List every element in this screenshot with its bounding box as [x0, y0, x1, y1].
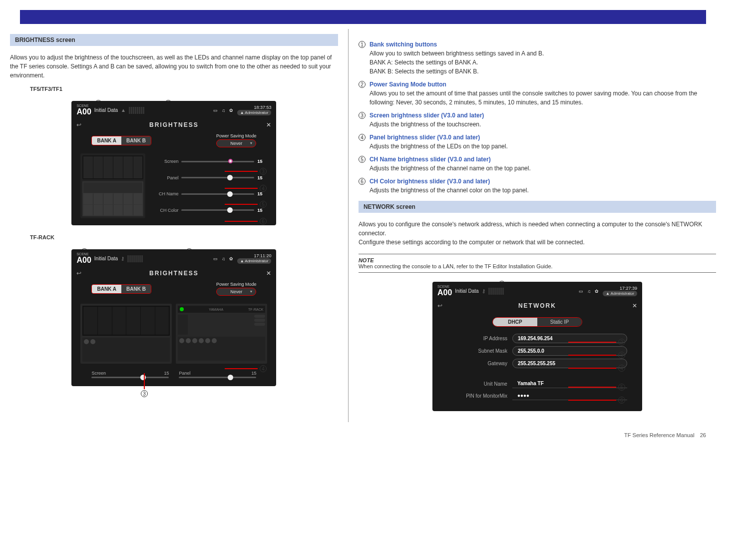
- series-label-rack: TF-RACK: [30, 234, 338, 240]
- headphone-icon[interactable]: ♫: [222, 256, 225, 261]
- note-label: NOTE: [359, 257, 374, 263]
- scene-id: A00: [76, 107, 91, 116]
- footer-product: TF Series Reference Manual: [624, 432, 695, 438]
- psm-select-rack[interactable]: Never: [216, 288, 257, 296]
- console-preview: [80, 153, 145, 218]
- desc-title-6: CH Color brightness slider (V3.0 and lat…: [370, 177, 716, 186]
- rack-left-preview: [80, 304, 172, 364]
- callout-3: 3: [260, 168, 267, 175]
- desc-body-3: Adjusts the brightness of the touchscree…: [370, 120, 716, 129]
- gateway-field[interactable]: 255.255.255.255: [512, 359, 627, 368]
- desc-title-5: CH Name brightness slider (V3.0 and late…: [370, 155, 716, 164]
- desc-title-4: Panel brightness slider (V3.0 and later): [370, 133, 716, 142]
- bank-a-button[interactable]: BANK A: [92, 136, 121, 145]
- rack-right-preview: YAMAHA TF-RACK: [176, 304, 267, 364]
- network-title: NETWORK: [518, 302, 556, 309]
- chname-slider[interactable]: CH Name 15: [150, 191, 267, 196]
- monitor-icon[interactable]: ▭: [579, 289, 583, 294]
- bank-b-button[interactable]: BANK B: [121, 136, 151, 145]
- psm-select[interactable]: Never: [216, 139, 257, 147]
- ip-address-label: IP Address: [447, 336, 507, 341]
- back-icon[interactable]: ↩: [76, 270, 81, 277]
- headphone-icon[interactable]: ♫: [587, 289, 591, 294]
- desc-body-1: Allow you to switch between brightness s…: [370, 49, 716, 76]
- network-screenshot: SCENE A00 Initial Data ⚷ ▭ ♫ ✿: [432, 282, 642, 411]
- gear-icon[interactable]: ✿: [229, 256, 233, 261]
- desc-num-1: 1: [359, 41, 366, 48]
- desc-title-2: Power Saving Mode button: [370, 80, 716, 89]
- pin-label: PIN for MonitorMix: [447, 393, 507, 399]
- gear-icon[interactable]: ✿: [229, 108, 233, 113]
- network-section-header: NETWORK screen: [359, 201, 716, 213]
- desc-body-4: Adjusts the brightness of the LEDs on th…: [370, 142, 716, 151]
- brightness-screenshot-1: SCENE A00 Initial Data ▲ ▭ ♫ ✿: [71, 101, 276, 225]
- brightness-intro: Allows you to adjust the brightness of t…: [10, 53, 338, 80]
- close-icon[interactable]: ✕: [632, 302, 637, 309]
- callout-5: 5: [260, 201, 267, 208]
- desc-title-3: Screen brightness slider (V3.0 and later…: [370, 111, 716, 120]
- desc-body-5: Adjusts the brightness of the channel na…: [370, 164, 716, 173]
- bank-switch-rack[interactable]: BANK A BANK B: [91, 284, 151, 294]
- rack-panel-slider[interactable]: Panel15: [179, 371, 256, 378]
- subnet-label: Subnet Mask: [447, 348, 507, 354]
- desc-body-6: Adjusts the brightness of the channel co…: [370, 186, 716, 195]
- close-icon[interactable]: ✕: [266, 121, 271, 128]
- monitor-icon[interactable]: ▭: [213, 108, 218, 113]
- static-ip-button[interactable]: Static IP: [537, 318, 582, 326]
- series-label-top: TF5/TF3/TF1: [30, 86, 338, 92]
- scene-name: Initial Data: [94, 107, 118, 113]
- unit-name-label: Unit Name: [447, 381, 507, 387]
- ip-mode-toggle[interactable]: DHCP Static IP: [492, 317, 582, 327]
- brightness-section-header: BRIGHTNESS screen: [10, 34, 338, 46]
- admin-badge: ▲ Administrator: [237, 110, 272, 115]
- dhcp-button[interactable]: DHCP: [493, 318, 537, 326]
- desc-body-2: Allows you to set the amount of time tha…: [370, 89, 716, 107]
- footer-page: 26: [700, 432, 706, 438]
- net-callout-2: 2: [618, 339, 625, 346]
- pin-field[interactable]: ●●●●: [512, 391, 627, 400]
- rack-screen-slider[interactable]: Screen15: [91, 371, 169, 378]
- screen-slider[interactable]: Screen 15: [150, 159, 267, 164]
- headphone-icon[interactable]: ♫: [222, 108, 225, 113]
- callout-4-rack: 4: [260, 365, 267, 372]
- desc-title-1: Bank switching buttons: [370, 40, 716, 49]
- brightness-title: BRIGHTNESS: [149, 121, 199, 128]
- net-callout-4: 4: [618, 365, 625, 372]
- net-callout-5: 5: [618, 384, 625, 391]
- top-bar: [20, 10, 706, 24]
- bank-switch[interactable]: BANK A BANK B: [91, 136, 151, 145]
- gear-icon[interactable]: ✿: [595, 289, 599, 294]
- back-icon[interactable]: ↩: [76, 121, 81, 128]
- brightness-screenshot-2: SCENE A00 Initial Data ⚷ ▭ ♫ ✿: [71, 249, 276, 386]
- callout-4: 4: [260, 185, 267, 192]
- callout-3-rack: 3: [141, 390, 148, 397]
- back-icon[interactable]: ↩: [437, 302, 442, 309]
- clock-time: 18:37:53: [237, 105, 272, 110]
- chcolor-slider[interactable]: CH Color 15: [150, 208, 267, 213]
- panel-slider[interactable]: Panel 15: [150, 175, 267, 180]
- net-callout-3: 3: [618, 352, 625, 359]
- note-body: When connecting the console to a LAN, re…: [359, 263, 553, 269]
- gateway-label: Gateway: [447, 361, 507, 366]
- network-intro: Allows you to configure the console's ne…: [359, 220, 716, 247]
- monitor-icon[interactable]: ▭: [213, 256, 218, 261]
- close-icon[interactable]: ✕: [266, 270, 271, 277]
- net-callout-6: 6: [618, 397, 625, 404]
- psm-label: Power Saving Mode: [216, 133, 257, 138]
- callout-6: 6: [260, 218, 267, 225]
